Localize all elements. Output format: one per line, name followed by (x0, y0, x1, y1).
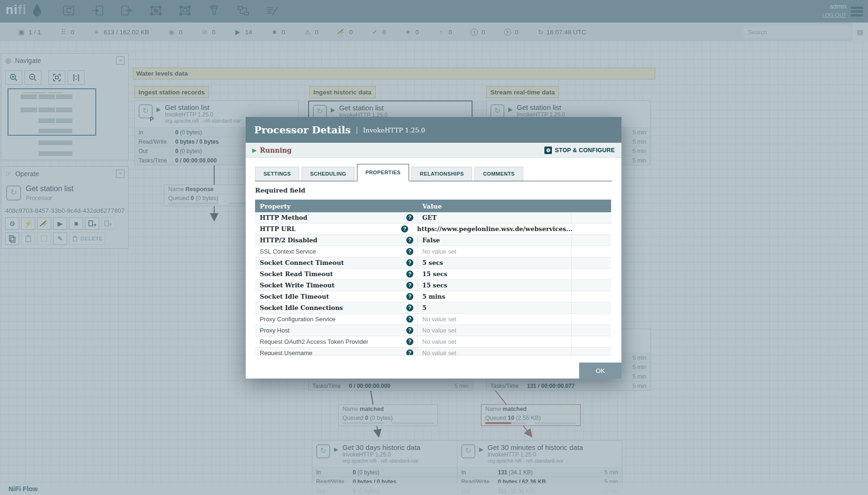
property-extra-cell (573, 224, 611, 234)
dialog-title: Processor Details (254, 124, 351, 136)
property-extra-cell (572, 235, 611, 246)
property-extra-cell (572, 257, 611, 268)
dialog-tab[interactable]: SCHEDULING (302, 167, 355, 181)
dialog-subtitle: InvokeHTTP 1.25.0 (363, 126, 425, 134)
property-value: GET (418, 212, 572, 223)
help-icon[interactable]: ? (406, 304, 413, 311)
help-icon[interactable]: ? (406, 316, 413, 323)
property-name: Request Username (260, 349, 312, 356)
property-name: Socket Read Timeout (260, 271, 333, 278)
property-row: HTTP/2 Disabled ? False (255, 235, 611, 246)
property-value: No value set (418, 336, 572, 347)
property-extra-cell (572, 314, 611, 325)
status-row: ▶ Running ⚙ STOP & CONFIGURE (246, 143, 621, 158)
property-row: Socket Read Timeout ? 15 secs (255, 269, 611, 280)
dialog-tab[interactable]: RELATIONSHIPS (411, 167, 473, 181)
property-row: Socket Idle Timeout ? 5 mins (255, 291, 611, 302)
help-icon[interactable]: ? (406, 349, 413, 356)
property-row: Socket Connect Timeout ? 5 secs (255, 257, 611, 269)
properties-table: Property Value HTTP Method ? GET (255, 200, 611, 356)
property-name: Proxy Configuration Service (260, 316, 335, 323)
property-name: Proxy Host (260, 327, 290, 334)
table-header: Property Value (255, 200, 611, 212)
stop-and-configure-button[interactable]: ⚙ STOP & CONFIGURE (544, 147, 615, 154)
property-name: Request OAuth2 Access Token Provider (260, 338, 368, 345)
dialog-tab[interactable]: SETTINGS (255, 167, 299, 181)
property-column-header: Property (255, 202, 418, 210)
processor-details-dialog: Processor Details | InvokeHTTP 1.25.0 ▶ … (246, 117, 621, 379)
property-row: Proxy Host ? No value set (255, 325, 611, 336)
property-row: SSL Context Service ? No value set (255, 246, 611, 257)
help-icon[interactable]: ? (406, 248, 413, 255)
property-row: HTTP Method ? GET (255, 212, 611, 224)
run-status-text: Running (260, 147, 291, 154)
help-icon[interactable]: ? (406, 293, 413, 300)
property-name: HTTP Method (260, 214, 307, 221)
property-extra-cell (572, 291, 611, 302)
dialog-header: Processor Details | InvokeHTTP 1.25.0 (246, 117, 621, 143)
dialog-tab[interactable]: COMMENTS (474, 167, 523, 181)
help-icon[interactable]: ? (401, 225, 408, 232)
property-row: Request Username ? No value set (255, 348, 611, 356)
running-icon: ▶ (252, 147, 256, 154)
nifi-app: Water levels data Ingest station records… (0, 0, 868, 495)
property-value: No value set (418, 314, 572, 325)
value-column-header: Value (418, 202, 572, 210)
property-name: HTTP/2 Disabled (260, 237, 318, 244)
property-value: 5 (418, 302, 572, 313)
help-icon[interactable]: ? (406, 338, 413, 345)
property-name: Socket Connect Timeout (260, 259, 344, 266)
property-name: Socket Write Timeout (260, 282, 334, 289)
property-name: HTTP URL (260, 225, 296, 232)
property-value: 15 secs (418, 280, 572, 291)
help-icon[interactable]: ? (406, 259, 413, 266)
property-row: HTTP URL ? https://www.pegelonline.wsv.d… (255, 224, 611, 235)
required-field-note: Required field (255, 186, 305, 194)
property-extra-cell (572, 246, 611, 257)
property-extra-cell (572, 280, 611, 291)
property-row: Socket Write Timeout ? 15 secs (255, 280, 611, 291)
property-value: False (418, 235, 572, 246)
property-name: SSL Context Service (260, 248, 316, 255)
dialog-tab[interactable]: PROPERTIES (357, 164, 409, 181)
property-extra-cell (572, 212, 611, 223)
property-value: 5 secs (418, 257, 572, 268)
dialog-tabs: SETTINGS SCHEDULING PROPERTIES RELATIONS… (255, 164, 612, 181)
help-icon[interactable]: ? (406, 327, 413, 334)
property-value: No value set (418, 246, 572, 257)
property-extra-cell (572, 336, 611, 347)
property-value: No value set (418, 348, 572, 356)
property-value: 15 secs (418, 269, 572, 279)
property-row: Socket Idle Connections ? 5 (255, 302, 611, 314)
property-extra-cell (572, 348, 611, 356)
help-icon[interactable]: ? (406, 282, 413, 289)
ok-button[interactable]: OK (579, 363, 621, 379)
property-extra-cell (572, 302, 611, 313)
property-extra-cell (572, 325, 611, 336)
property-value: https://www.pegelonline.wsv.de/webservic… (412, 224, 573, 234)
property-value: No value set (418, 325, 572, 336)
help-icon[interactable]: ? (406, 271, 413, 278)
help-icon[interactable]: ? (406, 214, 413, 221)
property-name: Socket Idle Connections (260, 304, 343, 311)
gear-icon: ⚙ (544, 147, 552, 154)
help-icon[interactable]: ? (406, 237, 413, 244)
property-row: Request OAuth2 Access Token Provider ? N… (255, 336, 611, 348)
property-row: Proxy Configuration Service ? No value s… (255, 314, 611, 325)
property-extra-cell (572, 269, 611, 279)
title-divider: | (356, 126, 358, 134)
property-name: Socket Idle Timeout (260, 293, 329, 300)
property-value: 5 mins (418, 291, 572, 302)
